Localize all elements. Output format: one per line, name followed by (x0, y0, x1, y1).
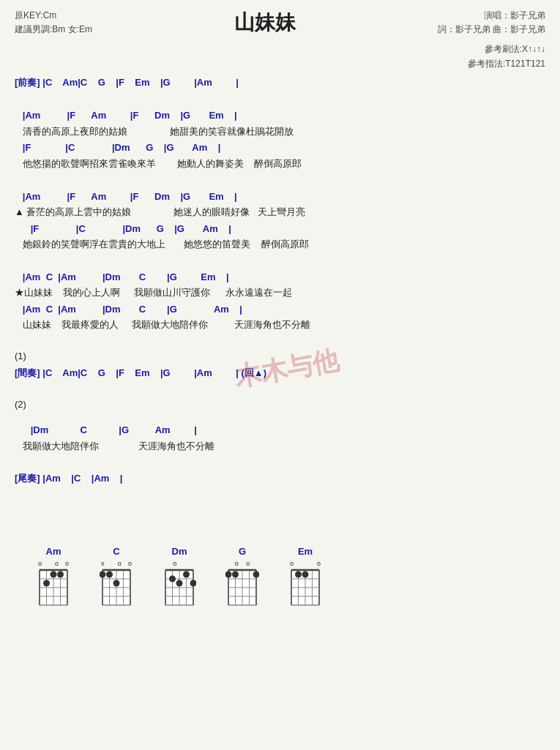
reference-info: 參考刷法:X↑↓↑↓ 參考指法:T121T121 (15, 42, 545, 70)
lyrics-music: 詞：影子兄弟 曲：影子兄弟 (438, 23, 545, 37)
bridge-line1-lyrics: 我願做大地陪伴你 天涯海角也不分離 (15, 439, 545, 454)
bridge-line1-chords: |Dm C |G Am | (15, 421, 545, 438)
performer-info: 演唱：影子兄弟 詞：影子兄弟 曲：影子兄弟 (438, 9, 545, 37)
verse2-section: |Am |F Am |F Dm |G Em | ▲ 蒼茫的高原上雲中的姑娘 她迷… (15, 188, 545, 252)
svg-point-39 (183, 571, 190, 577)
chord-am: Am ooo (37, 546, 70, 607)
svg-point-26 (113, 580, 120, 586)
intro-section: [前奏] |C Am|C G |F Em |G |Am | (15, 74, 545, 91)
song-title: 山妹妹 (92, 9, 438, 37)
chord-em-grid (288, 569, 322, 607)
chord-diagrams: Am ooo (15, 546, 545, 607)
verse1-line1-chords: |Am |F Am |F Dm |G Em | (15, 107, 545, 124)
strum-pattern: 參考刷法:X↑↓↑↓ (15, 42, 545, 56)
chord-c-grid (100, 569, 133, 607)
finger-pattern: 參考指法:T121T121 (15, 57, 545, 71)
chorus-line1-chords: |Am C |Am |Dm C |G Em | (15, 269, 545, 285)
verse1-section: |Am |F Am |F Dm |G Em | 清香的高原上夜郎的姑娘 她甜美的… (15, 107, 545, 171)
header: 原KEY:Cm 建議男調:Bm 女:Em 山妹妹 演唱：影子兄弟 詞：影子兄弟 … (15, 9, 545, 37)
svg-point-40 (176, 580, 183, 586)
original-key: 原KEY:Cm (15, 9, 92, 23)
performer: 演唱：影子兄弟 (438, 9, 545, 23)
chord-em: Em oo (288, 546, 322, 607)
bridge-section: (2) |Dm C |G Am | 我願做大地陪伴你 天涯海角也不分離 (15, 397, 545, 454)
chorus-section: |Am C |Am |Dm C |G Em | ★山妹妹 我的心上人啊 我願做山… (15, 269, 545, 333)
verse2-line1-chords: |Am |F Am |F Dm |G Em | (15, 188, 545, 205)
svg-point-55 (232, 571, 239, 577)
svg-point-11 (51, 571, 57, 577)
key-info: 原KEY:Cm 建議男調:Bm 女:Em (15, 9, 92, 37)
svg-point-25 (106, 571, 113, 577)
interlude1-section: (1) [間奏] |C Am|C G |F Em |G |Am | (回▲) (15, 349, 545, 381)
chorus-line1-lyrics: ★山妹妹 我的心上人啊 我願做山川守護你 永永遠遠在一起 (15, 285, 545, 301)
verse2-line1-lyrics: ▲ 蒼茫的高原上雲中的姑娘 她迷人的眼睛好像 天上彎月亮 (15, 205, 545, 220)
outro-section: [尾奏] |Am |C |Am | (15, 470, 545, 487)
verse2-line2-chords: |F |C |Dm G |G Am | (15, 220, 545, 237)
chord-am-grid (37, 569, 70, 607)
verse1-line1-lyrics: 清香的高原上夜郎的姑娘 她甜美的笑容就像杜鵑花開放 (15, 124, 545, 140)
svg-point-69 (302, 571, 309, 577)
svg-point-68 (295, 571, 302, 577)
bridge-label: (2) (15, 397, 545, 413)
chorus-line2-lyrics: 山妹妹 我最疼愛的人 我願做大地陪伴你 天涯海角也不分離 (15, 318, 545, 333)
chord-g: G oo (225, 546, 259, 607)
chord-c: C xoo (100, 546, 133, 607)
suggested-key: 建議男調:Bm 女:Em (15, 23, 92, 37)
verse1-line2-chords: |F |C |Dm G |G Am | (15, 139, 545, 156)
svg-point-42 (169, 575, 176, 582)
verse1-line2-lyrics: 他悠揚的歌聲啊招來雲雀喚來羊 她動人的舞姿美 醉倒高原郎 (15, 157, 545, 172)
intro-chords: [前奏] |C Am|C G |F Em |G |Am | (15, 74, 545, 91)
page: 木木与他 原KEY:Cm 建議男調:Bm 女:Em 山妹妹 演唱：影子兄弟 詞：… (0, 0, 560, 750)
svg-point-13 (43, 580, 50, 586)
verse2-line2-lyrics: 她銀鈴的笑聲啊浮在雲貴的大地上 她悠悠的笛聲美 醉倒高原郎 (15, 237, 545, 252)
chord-g-grid (225, 569, 259, 607)
chord-dm: Dm o (163, 546, 196, 607)
interlude1-label: (1) (15, 349, 545, 364)
chord-dm-grid (163, 569, 196, 607)
interlude1-chords: [間奏] |C Am|C G |F Em |G |Am | (回▲) (15, 364, 545, 381)
svg-point-12 (57, 571, 64, 577)
outro-chords: [尾奏] |Am |C |Am | (15, 470, 545, 487)
chorus-line2-chords: |Am C |Am |Dm C |G Am | (15, 301, 545, 318)
